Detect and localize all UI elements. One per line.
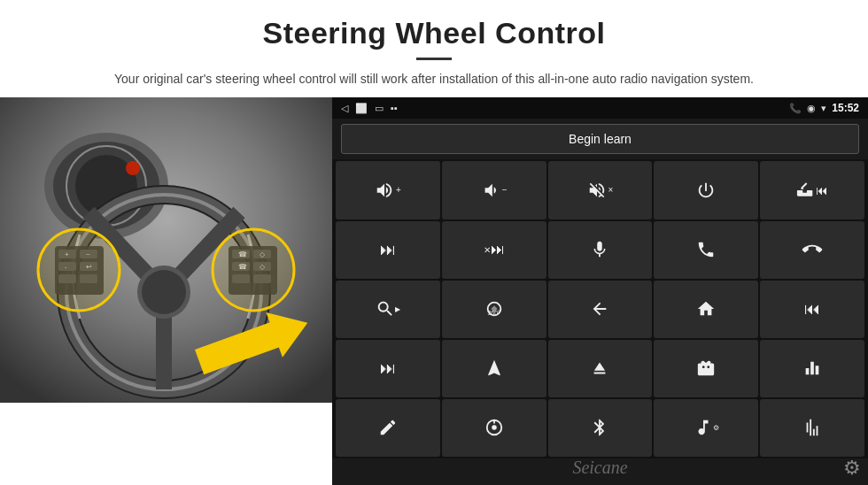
svg-point-14	[142, 270, 186, 314]
radio-button[interactable]	[654, 340, 758, 397]
vol-down-button[interactable]: −	[442, 161, 546, 219]
time-display: 15:52	[832, 102, 859, 114]
call-button[interactable]	[654, 221, 758, 279]
fast-forward-button[interactable]: ⏭	[336, 340, 440, 397]
edit-button[interactable]	[336, 399, 440, 457]
home-nav-button[interactable]	[654, 281, 758, 338]
svg-point-42	[492, 426, 497, 431]
begin-learn-button[interactable]: Begin learn	[341, 124, 859, 154]
camera-button[interactable]: ▶	[336, 281, 440, 338]
music-button[interactable]: ⚙	[654, 399, 758, 457]
bluetooth-button[interactable]	[548, 399, 653, 457]
gps-icon: ◉	[807, 103, 816, 114]
wifi-icon: ▾	[821, 103, 826, 114]
page-container: Steering Wheel Control Your original car…	[0, 0, 868, 485]
signal-icon: ▪▪	[391, 103, 398, 113]
content-row: + ~ - ↩ ☎ ◇ ☎ ◇	[0, 97, 868, 485]
svg-point-38	[213, 229, 294, 311]
equalizer-button[interactable]	[760, 340, 864, 397]
settings-knob-button[interactable]	[442, 399, 546, 457]
power-button[interactable]	[654, 161, 758, 219]
android-screen: ◁ ⬜ ▭ ▪▪ 📞 ◉ ▾ 15:52 Begin learn	[332, 97, 868, 458]
phone-status-icon: 📞	[789, 103, 802, 114]
header-section: Steering Wheel Control Your original car…	[0, 0, 868, 97]
steering-wheel-photo: + ~ - ↩ ☎ ◇ ☎ ◇	[0, 97, 332, 403]
home-icon: ⬜	[355, 103, 368, 114]
back-nav-button[interactable]	[548, 281, 653, 338]
cam-360-button[interactable]: 360°	[442, 281, 546, 338]
android-screen-wrapper: ◁ ⬜ ▭ ▪▪ 📞 ◉ ▾ 15:52 Begin learn	[332, 97, 868, 485]
vol-up-button[interactable]: +	[336, 161, 440, 219]
audio-wave-button[interactable]	[760, 399, 864, 457]
status-right: 📞 ◉ ▾ 15:52	[789, 102, 859, 114]
page-title: Steering Wheel Control	[35, 16, 833, 50]
seicane-watermark: Seicane	[572, 458, 627, 478]
recents-icon: ▭	[375, 103, 384, 114]
svg-point-6	[126, 161, 140, 175]
begin-learn-row: Begin learn	[332, 119, 868, 159]
eject-button[interactable]	[548, 340, 653, 397]
button-grid: + − × ⏮	[332, 159, 868, 458]
gear-icon[interactable]: ⚙	[843, 457, 861, 480]
status-bar: ◁ ⬜ ▭ ▪▪ 📞 ◉ ▾ 15:52	[332, 97, 868, 119]
end-call-button[interactable]	[760, 221, 864, 279]
title-divider	[416, 58, 452, 60]
shuffle-button[interactable]: ✕⏭	[442, 221, 546, 279]
skip-back-button[interactable]: ⏮	[760, 281, 864, 338]
navigation-button[interactable]	[442, 340, 546, 397]
back-icon: ◁	[341, 103, 348, 114]
svg-point-37	[38, 229, 120, 311]
subtitle: Your original car's steering wheel contr…	[89, 69, 779, 89]
next-track-button[interactable]: ⏭	[336, 221, 440, 279]
phone-prev-button[interactable]: ⏮	[760, 161, 864, 219]
microphone-button[interactable]	[548, 221, 653, 279]
status-left: ◁ ⬜ ▭ ▪▪	[341, 103, 398, 114]
mute-button[interactable]: ×	[548, 161, 653, 219]
bottom-bar: Seicane ⚙	[332, 458, 868, 485]
